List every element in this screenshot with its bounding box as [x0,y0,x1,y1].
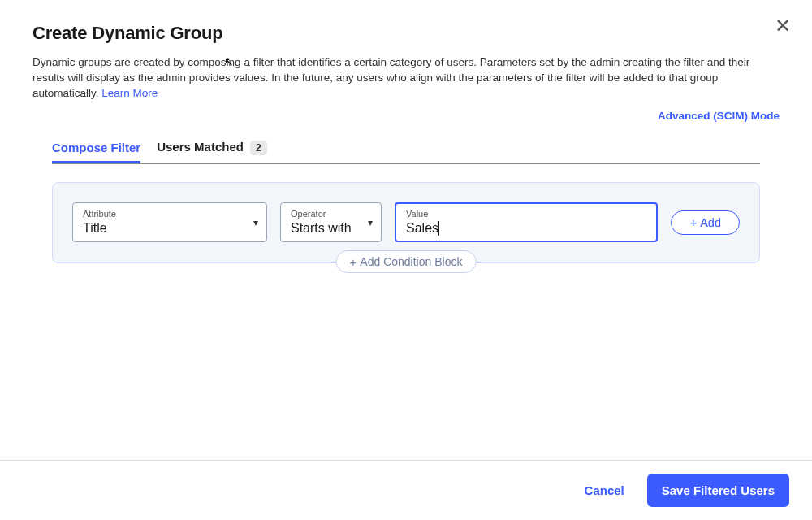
attribute-label: Attribute [83,210,237,219]
tab-users-matched[interactable]: Users Matched 2 [157,133,267,163]
attribute-select[interactable]: Attribute Title ▾ [72,202,267,243]
modal-footer: Cancel Save Filtered Users [0,460,812,520]
modal-description: Dynamic groups are created by composing … [32,55,780,102]
operator-value: Starts with [291,220,352,237]
close-icon[interactable]: ✕ [775,16,791,36]
cancel-button[interactable]: Cancel [577,477,633,504]
tab-bar: Compose Filter Users Matched 2 [52,133,760,164]
condition-block: Attribute Title ▾ Operator Starts with ▾… [52,182,760,264]
tab-compose-filter[interactable]: Compose Filter [52,134,140,162]
caret-down-icon: ▾ [368,217,373,228]
users-matched-count-badge: 2 [250,141,267,155]
plus-icon: + [350,256,357,268]
text-cursor [438,221,439,236]
operator-select[interactable]: Operator Starts with ▾ [280,202,382,243]
condition-row: Attribute Title ▾ Operator Starts with ▾… [72,202,740,243]
create-dynamic-group-modal: ✕ Create Dynamic Group Dynamic groups ar… [0,0,812,520]
caret-down-icon: ▾ [253,217,258,228]
modal-title: Create Dynamic Group [32,23,780,44]
value-label: Value [406,210,646,219]
advanced-mode-link[interactable]: Advanced (SCIM) Mode [32,110,780,122]
learn-more-link[interactable]: Learn More [102,87,158,99]
add-condition-block-button[interactable]: + Add Condition Block [336,250,477,273]
operator-label: Operator [291,210,352,219]
value-input[interactable]: Sales [406,221,438,235]
attribute-value: Title [83,220,237,237]
save-button[interactable]: Save Filtered Users [647,474,789,507]
plus-icon: + [689,216,697,228]
value-input-wrapper[interactable]: Value Sales [395,202,658,243]
add-condition-button[interactable]: + Add [671,210,740,235]
